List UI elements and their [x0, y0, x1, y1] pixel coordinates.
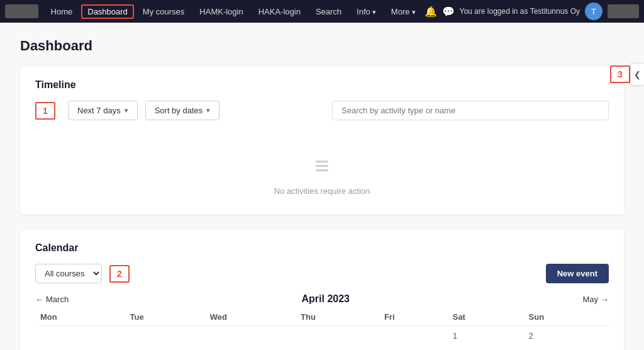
site-logo: [5, 4, 38, 18]
day-cell: 1: [448, 326, 524, 351]
annotation-1: 1: [35, 102, 55, 120]
col-tue: Tue: [125, 308, 205, 326]
nav-more[interactable]: More: [385, 4, 422, 19]
col-sun: Sun: [524, 308, 609, 326]
timeline-search-input[interactable]: [332, 101, 609, 120]
annotation-3: 3: [610, 65, 630, 83]
page-title: Dashboard: [20, 38, 624, 54]
day-cell: [35, 326, 125, 351]
user-avatar[interactable]: T: [585, 3, 602, 20]
nav-right-area: 🔔 💬 You are logged in as Testitunnus Oy …: [425, 3, 639, 20]
day-cell: [379, 326, 448, 351]
timeline-empty-state: ≡ No activities require action: [35, 133, 609, 202]
main-content: Dashboard Timeline 1 Next 7 days Sort by…: [0, 23, 644, 350]
top-navigation: Home Dashboard My courses HAMK-login HAK…: [0, 0, 644, 23]
day-cell: [205, 326, 296, 351]
timeline-section: Timeline 1 Next 7 days Sort by dates ≡ N…: [20, 67, 624, 215]
nav-dashboard[interactable]: Dashboard: [81, 4, 134, 19]
calendar-prev-month[interactable]: March: [35, 295, 69, 304]
table-row: 1 2: [35, 326, 609, 351]
sortbydates-dropdown[interactable]: Sort by dates: [145, 101, 220, 120]
bell-icon[interactable]: 🔔: [425, 6, 437, 18]
calendar-nav-row: March April 2023 May: [35, 293, 609, 305]
sidebar-toggle-button[interactable]: ❮: [630, 63, 644, 86]
col-wed: Wed: [205, 308, 296, 326]
nav-home[interactable]: Home: [45, 4, 79, 19]
calendar-controls: All courses 2 New event: [35, 264, 609, 283]
nav-haka-login[interactable]: HAKA-login: [252, 4, 307, 19]
annotation-2: 2: [109, 265, 130, 283]
courses-filter-select[interactable]: All courses: [35, 264, 102, 283]
day-number: 1: [453, 331, 457, 341]
calendar-section: Calendar All courses 2 New event March A…: [20, 230, 624, 350]
calendar-title: Calendar: [35, 242, 609, 254]
next7days-dropdown[interactable]: Next 7 days: [68, 101, 138, 120]
day-cell: [296, 326, 379, 351]
col-fri: Fri: [379, 308, 448, 326]
nav-search[interactable]: Search: [309, 4, 348, 19]
extra-nav-box: [608, 4, 639, 18]
user-info-text: You are logged in as Testitunnus Oy: [460, 7, 580, 16]
calendar-month-title: April 2023: [302, 293, 350, 304]
timeline-title: Timeline: [35, 79, 609, 91]
col-thu: Thu: [296, 308, 379, 326]
calendar-month-center: April 2023: [69, 293, 582, 305]
nav-my-courses[interactable]: My courses: [136, 4, 191, 19]
nav-info[interactable]: Info: [350, 4, 382, 19]
empty-list-icon: ≡: [314, 152, 329, 180]
timeline-controls: 1 Next 7 days Sort by dates: [35, 101, 609, 120]
col-mon: Mon: [35, 308, 125, 326]
chat-icon[interactable]: 💬: [442, 6, 455, 18]
calendar-header-row: Mon Tue Wed Thu Fri Sat Sun: [35, 308, 609, 326]
col-sat: Sat: [448, 308, 524, 326]
new-event-button[interactable]: New event: [546, 264, 609, 283]
day-cell: 2: [524, 326, 609, 351]
empty-state-text: No activities require action: [274, 186, 370, 196]
calendar-next-month[interactable]: May: [582, 295, 609, 304]
timeline-search-wrap: [332, 101, 609, 120]
day-number: 2: [529, 331, 533, 341]
calendar-grid: Mon Tue Wed Thu Fri Sat Sun 1 2: [35, 308, 609, 350]
day-cell: [125, 326, 205, 351]
nav-hamk-login[interactable]: HAMK-login: [193, 4, 249, 19]
